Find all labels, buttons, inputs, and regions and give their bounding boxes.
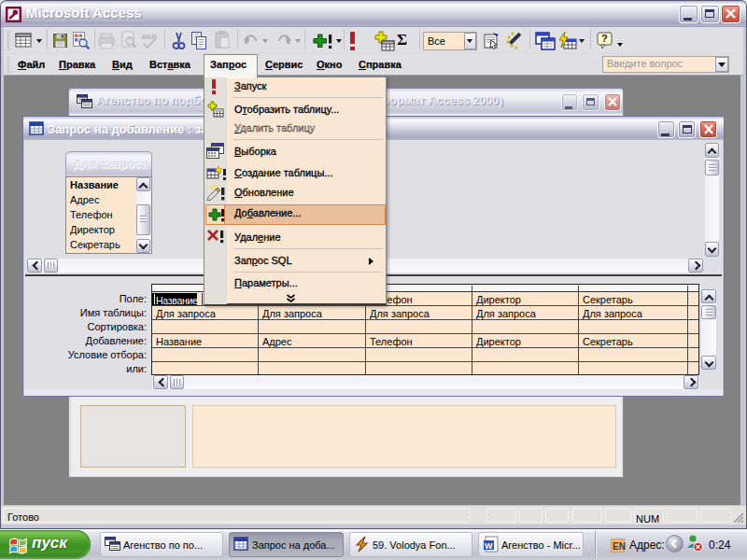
svg-text:W: W <box>485 541 493 551</box>
svg-text:?: ? <box>601 33 608 44</box>
